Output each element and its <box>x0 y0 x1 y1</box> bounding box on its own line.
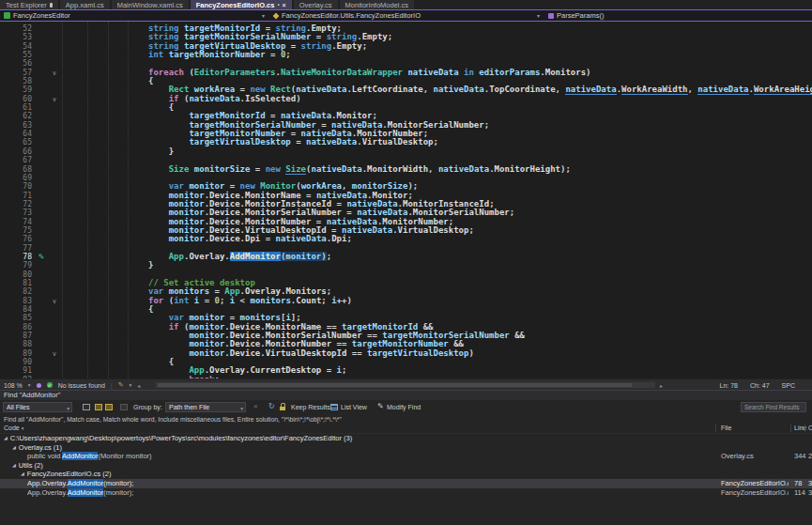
navigation-bar: FancyZonesEditor ▾ FancyZonesEditor.Util… <box>0 9 812 22</box>
keep-results-toggle[interactable]: Keep Results <box>291 404 330 410</box>
folder-label: Overlay.cs (1) <box>19 443 62 452</box>
line-number: 63 <box>0 121 34 130</box>
line-number: 55 <box>0 51 34 59</box>
tree-expand-icon[interactable]: ◢ <box>4 434 8 443</box>
result-line: 78 <box>794 479 802 488</box>
refresh-icon[interactable]: ↻ <box>268 402 275 410</box>
chevron-down-icon[interactable]: ▾ <box>262 12 265 19</box>
class-icon <box>273 12 280 19</box>
folder-label: C:\Users\zhaopengwang\Desktop\powertoys\… <box>10 434 352 442</box>
tree-expand-icon[interactable]: ◢ <box>21 470 24 479</box>
issues-status[interactable]: No issues found <box>58 382 105 389</box>
scope-dropdown[interactable]: All Files ▾ <box>3 402 72 412</box>
close-icon[interactable]: × <box>253 402 258 410</box>
scope-value: All Files <box>7 404 30 410</box>
line-number: 70 <box>0 182 34 191</box>
pencil-icon: ✎ <box>377 402 384 410</box>
code-lines: 52 string targetMonitorId = string.Empty… <box>0 24 812 378</box>
expand-all-icon[interactable] <box>95 404 102 410</box>
pin-icon[interactable] <box>50 3 53 8</box>
code-column-header[interactable]: Code ▾ <box>4 424 23 433</box>
scroll-left-icon[interactable]: ◂ <box>137 382 140 389</box>
health-indicator-icon[interactable] <box>37 383 41 388</box>
scroll-right-icon[interactable]: ▸ <box>660 382 663 389</box>
close-icon[interactable]: × <box>283 2 286 8</box>
line-number: 56 <box>0 59 34 68</box>
line-number: 58 <box>0 77 34 85</box>
clear-results-icon[interactable] <box>120 404 128 410</box>
group-by-label: Group by: <box>133 404 162 410</box>
line-number: 66 <box>0 147 34 156</box>
tab-fancyzoneseditorio-cs[interactable]: FancyZonesEditorIO.cs▪× <box>191 0 292 9</box>
find-folder-row[interactable]: ◢FancyZonesEditorIO.cs (2) <box>0 470 812 479</box>
find-result-row[interactable]: App.Overlay.AddMonitor(monitor);FancyZon… <box>0 479 812 488</box>
project-dropdown[interactable]: FancyZonesEditor ▾ <box>0 10 269 21</box>
find-result-row[interactable]: App.Overlay.AddMonitor(monitor);FancyZon… <box>0 488 812 498</box>
file-column-header[interactable]: File <box>721 424 731 433</box>
project-icon <box>4 12 10 19</box>
result-col: 3 <box>808 479 812 488</box>
collapse-all-icon[interactable] <box>105 404 113 410</box>
code-line-79[interactable]: 79 } <box>0 261 812 270</box>
line-number: 80 <box>0 270 34 279</box>
chevron-down-icon[interactable]: ▾ <box>130 382 132 388</box>
line-number: 81 <box>0 279 34 287</box>
chevron-down-icon: ▾ <box>22 425 24 431</box>
horizontal-scrollbar[interactable] <box>156 382 655 388</box>
find-summary: Find all "AddMonitor", Match case, Match… <box>0 415 812 424</box>
type-dropdown[interactable]: FancyZonesEditor.Utils.FancyZonesEditorI… <box>269 10 544 21</box>
chevron-down-icon[interactable]: ▾ <box>28 382 31 388</box>
code-text: Size monitorSize = new Size(nativeData.M… <box>60 165 571 174</box>
line-number: 57 <box>0 69 34 77</box>
line-number: 86 <box>0 323 34 332</box>
group-by-dropdown[interactable]: Path then File ▾ <box>165 402 246 412</box>
tree-expand-icon[interactable]: ◢ <box>12 461 16 471</box>
modify-find-button[interactable]: Modify Find <box>387 404 421 410</box>
pencil-icon[interactable]: ✎ <box>118 381 124 389</box>
line-number: 61 <box>0 103 34 112</box>
line-number: 68 <box>0 165 34 174</box>
results-column-header: Code ▾ File Line C <box>0 424 812 434</box>
find-result-row[interactable]: public void AddMonitor(Monitor monitor)O… <box>0 452 812 461</box>
zoom-level[interactable]: 108 % <box>4 382 23 389</box>
chevron-down-icon[interactable]: ▾ <box>537 12 540 19</box>
line-number: 88 <box>0 340 34 348</box>
scrollbar-thumb[interactable] <box>158 383 632 387</box>
fold-chevron-icon[interactable]: v <box>49 349 60 358</box>
find-folder-row[interactable]: ◢Utils (2) <box>0 461 812 471</box>
tree-expand-icon[interactable]: ◢ <box>12 443 16 453</box>
code-line-55[interactable]: 55 int targetMonitorNumber = 0; <box>0 51 812 59</box>
line-number: 85 <box>0 314 34 322</box>
line-number: 69 <box>0 174 34 182</box>
member-dropdown[interactable]: ParseParams() <box>544 10 812 21</box>
line-number: 67 <box>0 156 34 164</box>
line-number: 77 <box>0 244 34 253</box>
line-number: 78 <box>0 253 34 261</box>
indent-mode[interactable]: SPC <box>782 382 795 389</box>
list-view-toggle[interactable]: List View <box>341 404 367 410</box>
divider: | <box>111 382 113 389</box>
find-folder-row[interactable]: ◢C:\Users\zhaopengwang\Desktop\powertoys… <box>0 434 812 443</box>
fold-chevron-icon[interactable]: v <box>49 69 60 77</box>
tab-monitorinfomodel-cs[interactable]: MonitorInfoModel.cs <box>340 0 415 9</box>
code-line-76[interactable]: 76 monitor.Device.Dpi = nativeData.Dpi; <box>0 235 812 243</box>
modified-indicator-icon: ▪ <box>277 2 279 8</box>
tab-app-xaml-cs[interactable]: App.xaml.cs <box>60 0 110 9</box>
code-line-66[interactable]: 66 } <box>0 147 812 156</box>
line-number: 54 <box>0 42 34 51</box>
fold-chevron-icon[interactable]: v <box>49 95 60 103</box>
tab-mainwindow-xaml-cs[interactable]: MainWindow.xaml.cs <box>112 0 189 9</box>
code-editor[interactable]: 52 string targetMonitorId = string.Empty… <box>0 22 812 378</box>
fold-chevron-icon[interactable]: v <box>49 297 60 305</box>
list-view-icon[interactable] <box>330 404 338 410</box>
line-number: 74 <box>0 218 34 226</box>
find-folder-row[interactable]: ◢Overlay.cs (1) <box>0 443 812 453</box>
tab-test-explorer[interactable]: Test Explorer <box>0 0 58 9</box>
search-find-results-input[interactable] <box>741 402 806 412</box>
edit-marker-icon: ✎ <box>34 253 49 261</box>
copy-icon[interactable] <box>83 404 90 410</box>
tab-overlay-cs[interactable]: Overlay.cs <box>294 0 338 9</box>
line-number: 76 <box>0 235 34 243</box>
code-line-68[interactable]: 68 Size monitorSize = new Size(nativeDat… <box>0 165 812 174</box>
col-column-header[interactable]: C <box>808 424 812 433</box>
